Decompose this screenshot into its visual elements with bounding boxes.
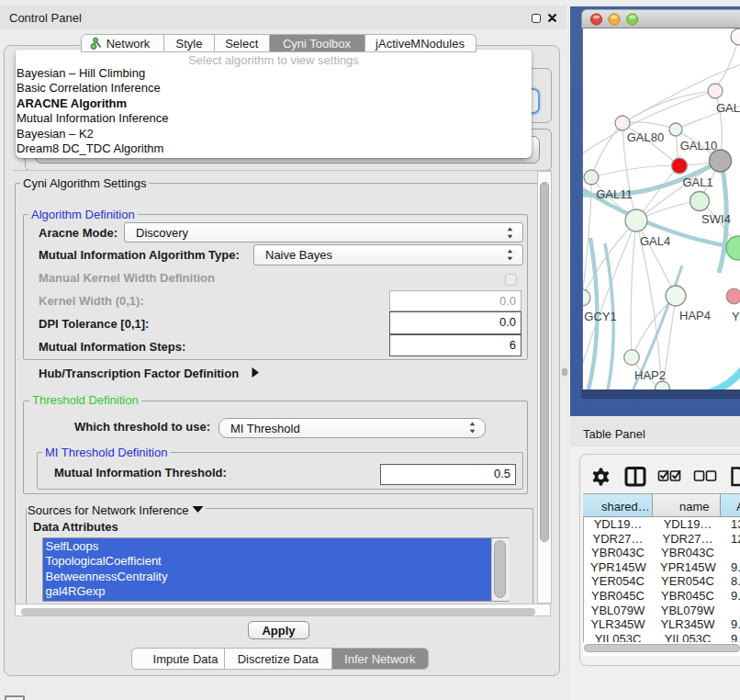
- svg-text:GAL7: GAL7: [716, 101, 740, 115]
- svg-text:GAL1: GAL1: [682, 175, 712, 189]
- svg-text:HAP2: HAP2: [634, 367, 666, 381]
- svg-text:SWI4: SWI4: [701, 212, 731, 226]
- svg-text:GAL10: GAL10: [680, 139, 717, 152]
- svg-text:GCY1: GCY1: [584, 310, 616, 323]
- svg-text:HAP4: HAP4: [679, 308, 711, 322]
- svg-text:GAL11: GAL11: [596, 187, 633, 201]
- svg-text:GAL4: GAL4: [640, 233, 670, 247]
- svg-text:Y: Y: [732, 310, 740, 323]
- svg-text:GAL80: GAL80: [627, 130, 664, 144]
